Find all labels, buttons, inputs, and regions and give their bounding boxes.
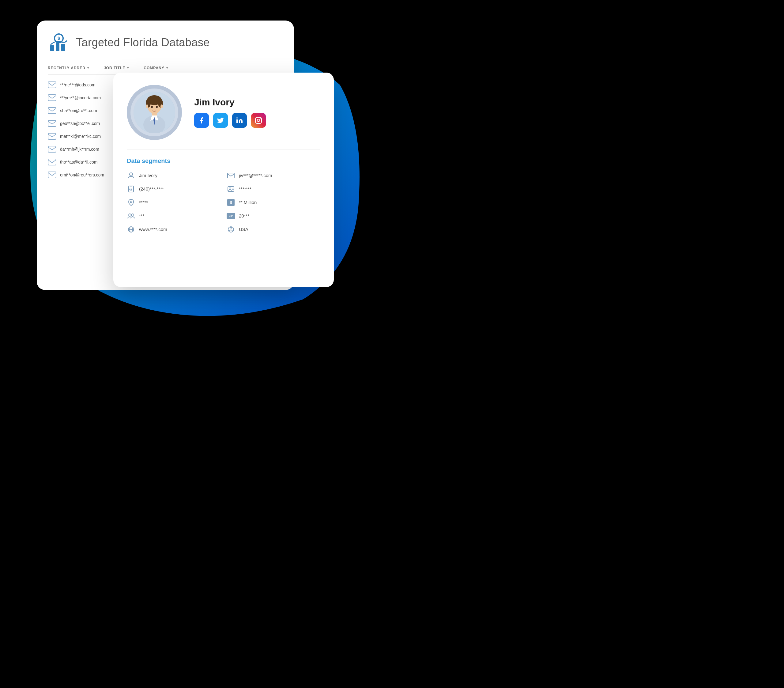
- data-item-name: Jim Ivory: [127, 171, 221, 180]
- person-icon: [127, 171, 135, 180]
- location-icon: [127, 198, 135, 207]
- data-item-email: jiv***@*****.com: [227, 171, 320, 180]
- web-icon: [127, 225, 135, 234]
- social-icons: [194, 113, 320, 128]
- data-item-zip: ZIP 20***: [227, 212, 320, 220]
- filter-recently-added[interactable]: RECENTLY ADDED ▾: [48, 62, 97, 74]
- data-grid: Jim Ivory jiv***@*****.com: [127, 171, 320, 234]
- data-item-id: *******: [227, 185, 320, 193]
- data-item-website: www.****.com: [127, 225, 221, 234]
- svg-text:$: $: [58, 36, 60, 41]
- svg-rect-5: [48, 82, 56, 88]
- svg-point-49: [230, 227, 232, 229]
- email-data-icon: [227, 171, 235, 180]
- avatar-photo: [133, 92, 175, 133]
- svg-rect-6: [48, 95, 56, 101]
- svg-rect-12: [48, 172, 56, 178]
- twitter-button[interactable]: [213, 113, 228, 128]
- svg-point-44: [132, 214, 134, 216]
- svg-rect-4: [61, 44, 65, 51]
- svg-point-27: [257, 119, 260, 122]
- svg-rect-24: [236, 119, 238, 123]
- card-divider: [127, 240, 320, 240]
- email-value: mat**kl@me**kc.com: [60, 134, 101, 139]
- svg-point-20: [151, 106, 153, 108]
- svg-point-43: [128, 214, 131, 216]
- email-icon: [48, 120, 56, 127]
- data-website-value: www.****.com: [139, 227, 167, 232]
- data-phone-value: (240)***-****: [139, 186, 164, 191]
- svg-rect-11: [48, 159, 56, 165]
- svg-rect-30: [227, 173, 234, 178]
- svg-rect-35: [129, 189, 130, 190]
- email-value: emi**on@reu**ers.com: [60, 172, 104, 177]
- email-value: geo**sn@bc**el.com: [60, 121, 100, 126]
- email-value: tho**as@da**il.com: [60, 160, 97, 165]
- company-label: COMPANY: [143, 66, 164, 70]
- globe-icon: [227, 225, 235, 234]
- data-item-phone: (240)***-****: [127, 185, 221, 193]
- svg-point-21: [156, 106, 158, 108]
- profile-info: Jim Ivory: [194, 97, 320, 128]
- chevron-down-icon: ▾: [166, 66, 168, 69]
- svg-point-42: [130, 201, 132, 203]
- instagram-icon: [255, 117, 262, 124]
- main-card-header: $ Targeted Florida Database: [48, 31, 283, 54]
- svg-point-28: [260, 118, 260, 119]
- svg-point-23: [160, 104, 163, 108]
- page-title: Targeted Florida Database: [76, 36, 210, 49]
- data-id-value: *******: [239, 186, 252, 191]
- scene: $ Targeted Florida Database RECENTLY ADD…: [28, 12, 364, 333]
- svg-rect-36: [131, 189, 132, 190]
- email-value: ***ne***@ods.com: [60, 82, 95, 87]
- twitter-icon: [217, 117, 224, 124]
- recently-added-label: RECENTLY ADDED: [48, 66, 86, 70]
- email-icon: [48, 107, 56, 114]
- svg-rect-8: [48, 120, 56, 127]
- svg-rect-26: [255, 117, 262, 124]
- svg-point-29: [130, 173, 133, 176]
- profile-top: Jim Ivory: [127, 85, 320, 150]
- svg-rect-32: [130, 186, 132, 187]
- linkedin-button[interactable]: [232, 113, 247, 128]
- phone-icon: [127, 185, 135, 193]
- data-item-location: *****: [127, 198, 221, 207]
- data-item-group: ***: [127, 212, 221, 220]
- group-icon: [127, 212, 135, 220]
- data-group-value: ***: [139, 213, 145, 218]
- avatar: [127, 85, 182, 140]
- email-value: ***yer**@incorta.com: [60, 95, 101, 100]
- svg-point-25: [236, 117, 238, 119]
- email-value: sha**on@ro**t.com: [60, 108, 97, 113]
- chevron-down-icon: ▾: [87, 66, 89, 69]
- svg-rect-33: [129, 188, 130, 188]
- data-email-value: jiv***@*****.com: [239, 173, 272, 178]
- facebook-icon: [198, 117, 205, 124]
- job-title-label: JOB TITLE: [104, 66, 125, 70]
- email-icon: [48, 133, 56, 140]
- data-country-value: USA: [239, 227, 249, 232]
- svg-rect-10: [48, 146, 56, 152]
- svg-rect-37: [130, 191, 132, 191]
- email-icon: [48, 81, 56, 88]
- email-icon: [48, 94, 56, 101]
- id-icon: [227, 185, 235, 193]
- instagram-button[interactable]: [251, 113, 266, 128]
- facebook-button[interactable]: [194, 113, 209, 128]
- chevron-down-icon: ▾: [127, 66, 129, 69]
- data-name-value: Jim Ivory: [139, 173, 157, 178]
- svg-point-22: [146, 104, 148, 108]
- svg-rect-34: [131, 188, 132, 188]
- profile-name: Jim Ivory: [194, 97, 320, 107]
- svg-point-39: [229, 188, 231, 190]
- data-revenue-value: ** Million: [239, 200, 257, 205]
- svg-rect-3: [56, 43, 59, 51]
- chart-icon: $: [48, 31, 70, 54]
- data-segments-title: Data segments: [127, 157, 320, 165]
- linkedin-icon: [236, 117, 243, 124]
- data-zip-value: 20***: [239, 213, 249, 218]
- money-icon: $: [227, 198, 235, 207]
- svg-rect-2: [50, 45, 54, 51]
- profile-card: Jim Ivory: [113, 73, 334, 287]
- data-item-revenue: $ ** Million: [227, 198, 320, 207]
